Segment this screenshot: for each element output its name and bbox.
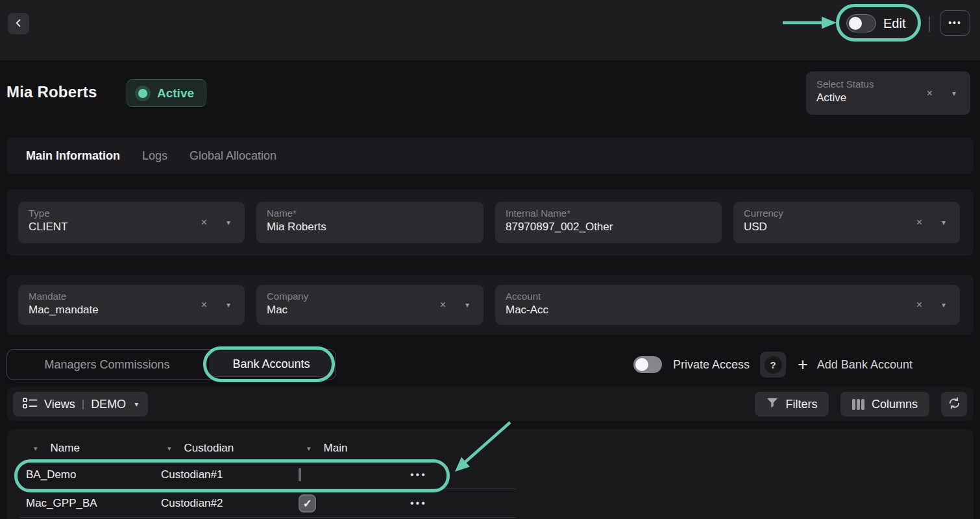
status-badge: Active (127, 79, 206, 107)
bank-account-actions: Private Access ? + Add Bank Account (633, 349, 913, 380)
chevron-down-icon[interactable]: ▾ (227, 218, 230, 227)
row-menu-button[interactable]: ••• (410, 469, 427, 480)
check-icon: ✓ (302, 497, 312, 511)
status-badge-label: Active (157, 86, 194, 101)
filters-label: Filters (785, 398, 817, 411)
column-header-main[interactable]: ▾ Main (299, 442, 410, 455)
account-select[interactable]: Account Mac-Acc × ▾ (495, 285, 960, 325)
edit-toggle-label: Edit (883, 16, 905, 31)
clear-icon[interactable]: × (927, 88, 933, 99)
back-button[interactable] (8, 13, 29, 34)
cell-name: BA_Demo (19, 468, 161, 481)
columns-label: Columns (872, 398, 918, 411)
tab-global-allocation[interactable]: Global Allocation (190, 149, 276, 163)
cell-name: Mac_GPP_BA (19, 497, 161, 510)
edit-toggle[interactable]: Edit (846, 8, 905, 38)
company-select[interactable]: Company Mac × ▾ (256, 285, 484, 325)
column-menu-icon[interactable]: ▾ (167, 444, 171, 453)
tab-managers-commissions[interactable]: Managers Commissions (7, 350, 207, 380)
plus-icon[interactable]: + (798, 356, 808, 374)
table-header-row: ▾ Name ▾ Custodian ▾ Main (19, 436, 974, 461)
views-dropdown-button[interactable]: Views | DEMO ▾ (13, 392, 148, 416)
client-detail-page: Edit ••• Mia Roberts Active Select Statu… (0, 0, 980, 519)
form-row-1: Type CLIENT × ▾ Name* Mia Roberts Intern… (6, 189, 974, 256)
private-access-label: Private Access (673, 358, 750, 372)
tab-bar: Main Information Logs Global Allocation (6, 138, 974, 174)
column-header-name[interactable]: ▾ Name (19, 442, 161, 455)
help-button[interactable]: ? (760, 352, 786, 378)
mandate-select[interactable]: Mandate Mac_mandate × ▾ (18, 285, 245, 325)
clear-icon[interactable]: × (440, 299, 446, 311)
row-menu-button[interactable]: ••• (410, 498, 427, 509)
table-tools: Filters Columns (755, 392, 967, 416)
ellipsis-icon: ••• (948, 18, 962, 28)
refresh-icon (947, 396, 962, 413)
section-switcher: Managers Commissions Bank Accounts (6, 349, 336, 380)
field-value: 87970897_002_Other (506, 221, 711, 234)
funnel-icon (766, 398, 778, 411)
bank-accounts-table: ▾ Name ▾ Custodian ▾ Main BA_Demo Custod… (6, 429, 974, 519)
top-bar: Edit ••• (0, 0, 980, 60)
currency-select[interactable]: Currency USD × ▾ (733, 202, 960, 243)
chevron-down-icon[interactable]: ▾ (952, 89, 956, 98)
views-label: Views (44, 398, 75, 411)
question-icon: ? (765, 356, 782, 374)
pipe-divider: | (82, 398, 84, 411)
chevron-left-icon (14, 18, 23, 30)
private-access-toggle[interactable] (633, 356, 662, 373)
table-row[interactable]: BA_Demo Custodian#1 ••• (19, 461, 974, 489)
status-select[interactable]: Select Status Active × ▾ (806, 71, 970, 115)
refresh-button[interactable] (941, 392, 967, 416)
table-row[interactable]: Mac_GPP_BA Custodian#2 ✓ ••• (19, 489, 974, 518)
clear-icon[interactable]: × (916, 299, 922, 311)
columns-button[interactable]: Columns (840, 392, 929, 416)
chevron-down-icon[interactable]: ▾ (227, 300, 230, 309)
tab-logs[interactable]: Logs (142, 149, 167, 163)
view-name: DEMO (91, 398, 126, 411)
clear-icon[interactable]: × (201, 217, 207, 228)
add-bank-account-button[interactable]: Add Bank Account (817, 358, 913, 372)
tab-bank-accounts[interactable]: Bank Accounts (210, 352, 333, 377)
columns-icon (852, 399, 864, 410)
status-select-value: Active (816, 91, 960, 104)
more-options-button[interactable]: ••• (940, 10, 970, 36)
column-label: Main (324, 442, 348, 455)
row-divider (19, 517, 516, 518)
cell-custodian: Custodian#2 (161, 497, 299, 510)
topbar-divider (929, 16, 930, 32)
cell-custodian: Custodian#1 (161, 468, 299, 481)
filters-button[interactable]: Filters (755, 392, 829, 416)
column-header-custodian[interactable]: ▾ Custodian (161, 442, 299, 455)
page-title: Mia Roberts (6, 83, 97, 101)
field-label: Name* (267, 208, 473, 219)
edit-switch-track[interactable] (846, 14, 876, 32)
tab-main-information[interactable]: Main Information (26, 149, 120, 163)
status-select-label: Select Status (816, 78, 960, 90)
type-select[interactable]: Type CLIENT × ▾ (18, 202, 245, 243)
chevron-down-icon: ▾ (134, 400, 138, 409)
list-view-icon (23, 398, 38, 411)
chevron-down-icon[interactable]: ▾ (942, 218, 946, 227)
status-dot-icon (135, 86, 151, 101)
field-label: Internal Name* (506, 208, 711, 219)
main-checkbox[interactable]: ✓ (299, 494, 316, 513)
name-field[interactable]: Name* Mia Roberts (256, 202, 484, 243)
chevron-down-icon[interactable]: ▾ (942, 300, 946, 309)
form-row-2: Mandate Mac_mandate × ▾ Company Mac × ▾ … (6, 275, 974, 335)
clear-icon[interactable]: × (201, 299, 207, 311)
field-label: Account (506, 291, 949, 302)
main-checkbox[interactable] (299, 468, 301, 481)
private-access-knob (635, 358, 648, 371)
column-label: Name (51, 442, 80, 455)
clear-icon[interactable]: × (916, 217, 922, 228)
column-menu-icon[interactable]: ▾ (34, 444, 38, 453)
column-label: Custodian (184, 442, 234, 455)
edit-switch-knob (849, 17, 862, 30)
chevron-down-icon[interactable]: ▾ (465, 300, 469, 309)
field-value: Mia Roberts (267, 221, 473, 234)
field-value: Mac-Acc (506, 304, 949, 317)
internal-name-field[interactable]: Internal Name* 87970897_002_Other (495, 202, 722, 243)
views-toolbar: Views | DEMO ▾ Filters Columns (6, 387, 974, 421)
column-menu-icon[interactable]: ▾ (307, 444, 311, 453)
